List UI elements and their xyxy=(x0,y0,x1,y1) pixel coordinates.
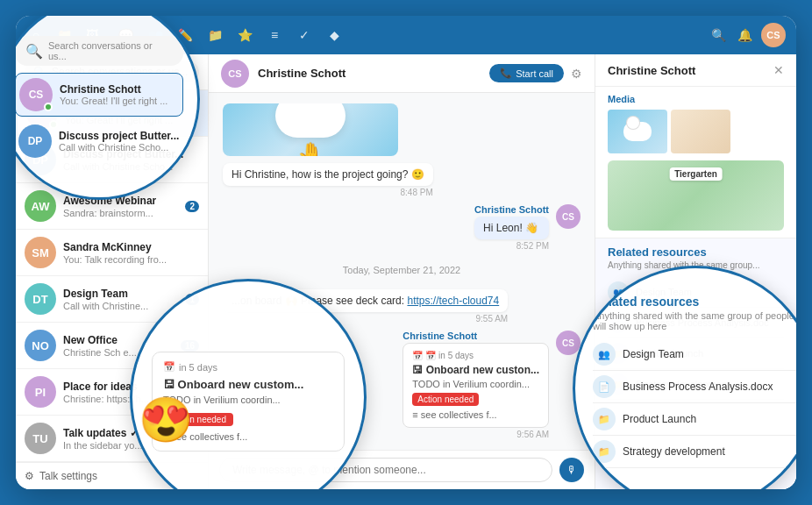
avatar: TU xyxy=(25,423,56,454)
zoom-conversation-info: Discuss project Butter... Call with Chri… xyxy=(59,130,180,153)
task-card: 📅 📅 in 5 days 🖫 Onboard new custon... TO… xyxy=(402,343,549,428)
zoom-resource-item[interactable]: 📁 Product Launch xyxy=(593,403,796,436)
panel-name: Christine Schott xyxy=(608,64,695,77)
card-subtitle: TODO in Verilium coordin... xyxy=(412,379,539,389)
message-content: Hi Christine, how is the project going? … xyxy=(223,163,433,197)
cloud-mini xyxy=(623,122,652,141)
related-resources-title: Related resources xyxy=(608,245,784,259)
nav-diamond[interactable]: ◆ xyxy=(324,25,344,45)
message-sender: Christine Schott xyxy=(402,331,549,341)
link[interactable]: https://tech-cloud74 xyxy=(407,295,499,307)
action-needed-badge: Action needed xyxy=(412,393,479,406)
list-item[interactable]: SM Sandra McKinney You: Talk recording f… xyxy=(16,230,208,276)
zoom-conversation-preview: You: Great! I'll get right ... xyxy=(60,96,179,106)
map-placeholder: Tiergarten xyxy=(608,160,784,231)
bell-icon[interactable]: 🔔 xyxy=(735,25,754,45)
resource-icon: 📁 xyxy=(593,440,616,463)
zoom-related-subtitle: Anything shared with the same group of p… xyxy=(593,310,796,331)
nav-list[interactable]: ≡ xyxy=(265,25,284,45)
emoji-sticker: 😍 xyxy=(139,395,193,445)
resource-icon: 📄 xyxy=(593,375,616,398)
conversation-preview: Call with Christine... xyxy=(63,301,178,311)
avatar: CS xyxy=(556,204,581,229)
avatar: DT xyxy=(25,283,56,315)
date-divider: Today, September 21, 2022 xyxy=(223,265,581,275)
media-section: Media xyxy=(595,87,796,160)
search-icon[interactable]: 🔍 xyxy=(709,25,728,45)
message-row: Hi Christine, how is the project going? … xyxy=(223,163,581,197)
image-message: 🤚 xyxy=(223,103,398,156)
zoom-resource-item[interactable]: 📄 Business Process Analysis.docx xyxy=(593,371,796,403)
chat-name: Christine Schott xyxy=(258,67,345,80)
zoom-circle-inner: 🔍 Search conversations or us... CS Chris… xyxy=(16,22,197,176)
user-avatar[interactable]: CS xyxy=(761,23,786,47)
unread-badge: 2 xyxy=(185,201,199,212)
zoom-conversation-name: Discuss project Butter... xyxy=(59,130,180,142)
media-thumbnail[interactable] xyxy=(608,110,667,153)
settings-icon: ⚙ xyxy=(25,470,34,482)
conversation-preview: Sandra: brainstorm... xyxy=(63,208,178,218)
map-view: Tiergarten xyxy=(608,160,784,231)
conversation-info: Sandra McKinney You: Talk recording fro.… xyxy=(63,241,199,265)
app-window: ○ 📁 🖼 💬 👥 ✏️ 📁 ⭐ ≡ ✓ ◆ 🔍 🔔 CS 🔍 xyxy=(16,16,796,489)
hand-emoji: 🤚 xyxy=(297,141,324,156)
zoom-avatar: CS xyxy=(19,78,53,111)
zoom-search-icon: 🔍 xyxy=(25,43,43,60)
map-section: Tiergarten xyxy=(595,160,796,238)
message-time: 9:56 AM xyxy=(402,430,549,439)
message-time: 8:52 PM xyxy=(474,241,549,251)
top-nav-right: 🔍 🔔 CS xyxy=(709,23,786,47)
avatar: PI xyxy=(25,376,56,408)
resource-icon: 👥 xyxy=(593,343,616,366)
avatar: CS xyxy=(556,331,581,355)
message-row: CS Christine Schott Hi Leon! 👋 8:52 PM xyxy=(223,204,581,251)
conversation-preview: You: Talk recording fro... xyxy=(63,254,199,265)
zoom-conversation-name: Christine Schott xyxy=(60,83,179,96)
due-date-text: in 5 days xyxy=(179,362,217,373)
avatar: NO xyxy=(25,330,56,361)
resource-name: Product Launch xyxy=(623,413,696,425)
zoom-resource-item[interactable]: 📁 Strategy development xyxy=(593,436,796,468)
chat-header-actions: 📞 Start call ⚙ xyxy=(489,64,582,82)
zoom-conversation-item[interactable]: CS Christine Schott You: Great! I'll get… xyxy=(16,73,183,117)
media-thumbnail[interactable] xyxy=(671,110,730,153)
resource-name: Strategy development xyxy=(623,445,725,458)
settings-label: Talk settings xyxy=(39,470,97,482)
zoom-avatar: DP xyxy=(18,124,52,158)
calendar-icon: 📅 xyxy=(412,351,423,360)
resource-name: Business Process Analysis.docx xyxy=(623,381,773,393)
zoom-search-bar: 🔍 Search conversations or us... xyxy=(16,36,183,66)
nav-folder[interactable]: 📁 xyxy=(205,25,224,45)
media-label: Media xyxy=(608,94,784,104)
resource-name: Design Team xyxy=(623,348,684,360)
conversation-name: Design Team xyxy=(63,288,178,300)
zoom-conversation-info: Christine Schott You: Great! I'll get ri… xyxy=(60,83,179,106)
message-bubble: Hi Christine, how is the project going? … xyxy=(223,163,433,186)
start-call-button[interactable]: 📞 Start call xyxy=(489,64,564,82)
chat-header: CS Christine Schott 📞 Start call ⚙ xyxy=(209,54,595,93)
zoom-search-text: Search conversations or us... xyxy=(48,40,173,61)
card-extra: ≡ see collectives f... xyxy=(412,409,539,420)
nav-check[interactable]: ✓ xyxy=(295,25,314,45)
zoom-resource-item[interactable]: 👥 Design Team xyxy=(593,338,796,371)
settings-gear-icon[interactable]: ⚙ xyxy=(571,67,582,81)
message-sender: Christine Schott xyxy=(474,204,549,215)
zoom-conversation-preview: Call with Christine Scho... xyxy=(59,142,180,153)
zoom-conversation-item[interactable]: DP Discuss project Butter... Call with C… xyxy=(16,120,183,162)
zoom-card-title: 🖫 Onboard new custom... xyxy=(163,378,333,391)
nav-star[interactable]: ⭐ xyxy=(235,25,254,45)
message-content: Christine Schott Hi Leon! 👋 8:52 PM xyxy=(474,204,549,251)
map-location-label: Tiergarten xyxy=(669,167,723,181)
zoom-related-title: Related resources xyxy=(593,295,796,309)
avatar: AW xyxy=(25,190,56,222)
card-title: 🖫 Onboard new custon... xyxy=(412,364,539,376)
resource-icon: 📁 xyxy=(593,408,616,430)
calendar-icon: 📅 xyxy=(163,361,175,373)
due-date: 📅 📅 in 5 days xyxy=(412,351,539,360)
close-button[interactable]: ✕ xyxy=(773,63,784,77)
message-bubble: Hi Leon! 👋 xyxy=(474,217,549,239)
online-indicator xyxy=(44,103,53,111)
media-grid xyxy=(608,110,784,153)
mic-button[interactable]: 🎙 xyxy=(559,458,584,482)
avatar: SM xyxy=(25,237,56,268)
